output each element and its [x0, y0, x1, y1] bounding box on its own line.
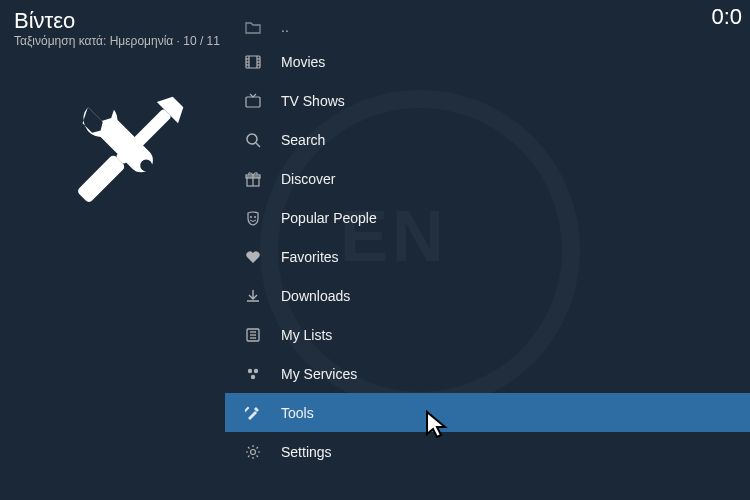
search-icon	[243, 130, 263, 150]
menu-item-tvshows[interactable]: TV Shows	[225, 81, 750, 120]
menu-item-my-services[interactable]: My Services	[225, 354, 750, 393]
svg-line-15	[256, 143, 260, 147]
menu-item-downloads[interactable]: Downloads	[225, 276, 750, 315]
svg-point-26	[254, 368, 258, 372]
menu-item-label: TV Shows	[281, 93, 345, 109]
menu-item-settings[interactable]: Settings	[225, 432, 750, 471]
menu-item-favorites[interactable]: Favorites	[225, 237, 750, 276]
svg-rect-28	[245, 406, 249, 413]
menu-item-label: Tools	[281, 405, 314, 421]
menu-item-my-lists[interactable]: My Lists	[225, 315, 750, 354]
menu-item-movies[interactable]: Movies	[225, 42, 750, 81]
svg-point-29	[251, 449, 256, 454]
svg-point-19	[250, 216, 252, 218]
mask-icon	[243, 208, 263, 228]
svg-point-25	[248, 368, 252, 372]
menu-item-label: My Lists	[281, 327, 332, 343]
menu-item-label: Movies	[281, 54, 325, 70]
menu-item-search[interactable]: Search	[225, 120, 750, 159]
svg-point-27	[251, 374, 255, 378]
gift-icon	[243, 169, 263, 189]
tools-artwork	[50, 80, 200, 234]
heart-icon	[243, 247, 263, 267]
gear-icon	[243, 442, 263, 462]
folder-up-icon	[243, 17, 263, 37]
services-icon	[243, 364, 263, 384]
svg-rect-13	[246, 97, 260, 107]
main-menu: .. MoviesTV ShowsSearchDiscoverPopular P…	[225, 12, 750, 471]
svg-point-14	[247, 134, 257, 144]
tools-icon	[243, 403, 263, 423]
svg-rect-2	[76, 154, 126, 204]
menu-item-label: Discover	[281, 171, 335, 187]
parent-folder-item[interactable]: ..	[225, 12, 750, 42]
menu-item-popular-people[interactable]: Popular People	[225, 198, 750, 237]
download-icon	[243, 286, 263, 306]
menu-item-label: Popular People	[281, 210, 377, 226]
menu-item-label: Favorites	[281, 249, 339, 265]
menu-item-label: Downloads	[281, 288, 350, 304]
menu-item-label: Search	[281, 132, 325, 148]
film-icon	[243, 52, 263, 72]
menu-item-tools[interactable]: Tools	[225, 393, 750, 432]
menu-item-label: My Services	[281, 366, 357, 382]
parent-folder-label: ..	[281, 19, 289, 35]
svg-point-20	[254, 216, 256, 218]
list-icon	[243, 325, 263, 345]
menu-item-discover[interactable]: Discover	[225, 159, 750, 198]
tv-icon	[243, 91, 263, 111]
menu-item-label: Settings	[281, 444, 332, 460]
